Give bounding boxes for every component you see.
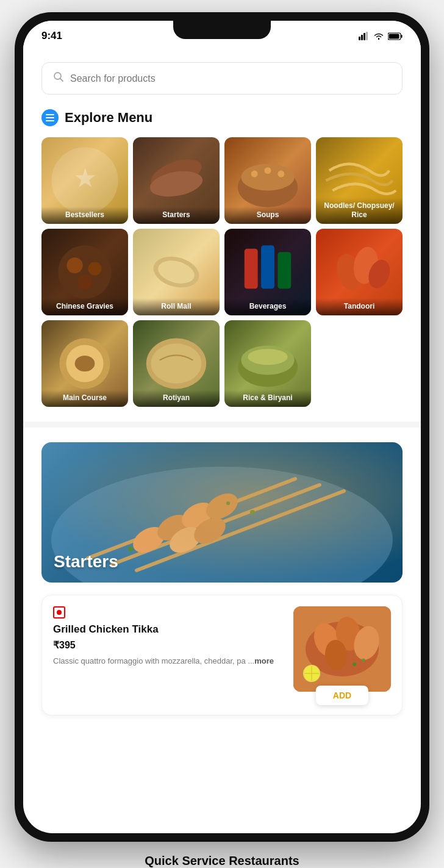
category-label-roll: Roll Mall [133,298,220,315]
section-title: Explore Menu [65,110,152,126]
category-label-beverages: Beverages [224,298,311,315]
product-food-svg [293,606,391,692]
category-label-noodles: Noodles/ Chopsuey/ Rice [316,198,403,224]
svg-rect-26 [261,245,274,289]
svg-rect-25 [245,249,258,289]
notch [173,21,271,39]
search-icon [53,71,64,85]
svg-point-18 [278,171,284,178]
category-item-beverages[interactable]: Beverages [224,229,311,315]
non-veg-dot [57,610,62,615]
category-grid: ★ Bestsellers Starters Soups [41,137,403,407]
product-card: Grilled Chicken Tikka ₹395 Classic quatt… [41,595,403,716]
category-label-starters: Starters [133,207,220,224]
svg-point-17 [265,167,271,174]
non-veg-icon [53,606,65,619]
menu-lines-icon [41,109,59,126]
battery-icon [388,32,403,40]
product-info: Grilled Chicken Tikka ₹395 Classic quatt… [53,606,284,704]
svg-point-20 [67,257,83,273]
product-name: Grilled Chicken Tikka [53,623,284,636]
svg-point-16 [251,171,258,178]
category-item-noodles[interactable]: Noodles/ Chopsuey/ Rice [316,137,403,224]
status-icons [359,32,403,40]
svg-rect-6 [389,34,399,38]
svg-point-19 [58,245,111,298]
category-item-tandoori[interactable]: Tandoori [316,229,403,315]
svg-rect-3 [366,32,368,40]
svg-text:★: ★ [73,163,97,193]
product-description: Classic quattro formaggio with mozzarell… [53,656,284,667]
svg-point-63 [362,659,365,662]
signal-icon [359,32,370,40]
section-header: Explore Menu [41,109,403,126]
separator [23,421,421,428]
hero-section: Starters Grilled Chicken Tikka ₹395 Clas… [23,442,421,716]
svg-rect-27 [278,252,291,289]
category-label-chinese: Chinese Gravies [41,298,128,315]
category-label-bestsellers: Bestsellers [41,207,128,224]
category-item-starters[interactable]: Starters [133,137,220,224]
phone-frame: 9:41 [15,12,429,842]
category-item-rotiyan[interactable]: Rotiyan [133,320,220,407]
category-item-rice[interactable]: Rice & Biryani [224,320,311,407]
more-link[interactable]: more [254,656,274,665]
svg-point-33 [75,356,95,371]
phone-screen: 9:41 [23,21,421,833]
svg-point-62 [353,662,356,666]
svg-rect-7 [401,35,403,38]
svg-point-21 [88,262,101,276]
status-time: 9:41 [41,30,62,42]
category-label-rice: Rice & Biryani [224,390,311,407]
status-bar: 9:41 [23,21,421,51]
product-image [293,606,391,692]
hero-banner[interactable]: Starters [41,442,403,583]
svg-point-35 [151,343,201,384]
category-item-soups[interactable]: Soups [224,137,311,224]
footer-label: Quick Service Restaurants [145,842,299,868]
category-label-rotiyan: Rotiyan [133,390,220,407]
category-item-main[interactable]: Main Course [41,320,128,407]
wifi-icon [373,32,384,40]
product-image-wrap: ADD customisable [293,606,391,704]
svg-rect-2 [363,33,365,40]
product-price: ₹395 [53,639,284,651]
add-button[interactable]: ADD [316,686,368,705]
svg-point-4 [378,38,379,40]
category-label-tandoori: Tandoori [316,298,403,315]
main-content: Explore Menu ★ Bestsellers Starters [23,62,421,407]
svg-line-9 [60,79,63,82]
category-label-main: Main Course [41,390,128,407]
hero-label: Starters [54,552,118,572]
svg-rect-1 [361,35,363,40]
svg-rect-0 [359,37,360,40]
category-item-roll[interactable]: Roll Mall [133,229,220,315]
search-input[interactable] [70,73,391,84]
search-bar[interactable] [41,62,403,95]
svg-point-22 [77,274,92,289]
category-label-soups: Soups [224,207,311,224]
category-item-chinese[interactable]: Chinese Gravies [41,229,128,315]
category-item-bestsellers[interactable]: ★ Bestsellers [41,137,128,224]
svg-point-38 [248,349,288,365]
